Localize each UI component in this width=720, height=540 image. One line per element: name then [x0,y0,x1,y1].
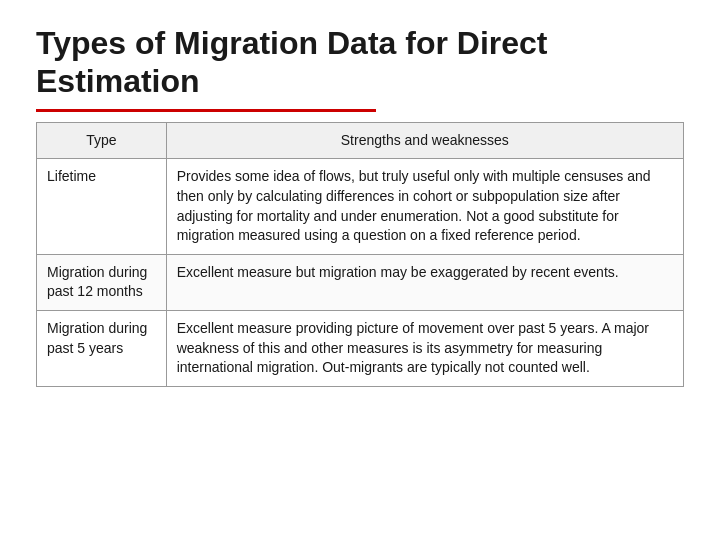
header-type: Type [37,122,167,159]
row-desc-12months: Excellent measure but migration may be e… [166,254,683,310]
table-row: Lifetime Provides some idea of flows, bu… [37,159,684,254]
row-type-lifetime: Lifetime [37,159,167,254]
row-desc-lifetime: Provides some idea of flows, but truly u… [166,159,683,254]
title-line2: Estimation [36,63,200,99]
page-container: Types of Migration Data for Direct Estim… [0,0,720,540]
title-line1: Types of Migration Data for Direct [36,25,547,61]
row-type-5years: Migration during past 5 years [37,310,167,386]
title-underline [36,109,376,112]
page-title: Types of Migration Data for Direct Estim… [36,24,684,101]
row-desc-5years: Excellent measure providing picture of m… [166,310,683,386]
header-strengths: Strengths and weaknesses [166,122,683,159]
row-type-12months: Migration during past 12 months [37,254,167,310]
table-row: Migration during past 12 months Excellen… [37,254,684,310]
table-row: Migration during past 5 years Excellent … [37,310,684,386]
migration-data-table: Type Strengths and weaknesses Lifetime P… [36,122,684,387]
table-header-row: Type Strengths and weaknesses [37,122,684,159]
